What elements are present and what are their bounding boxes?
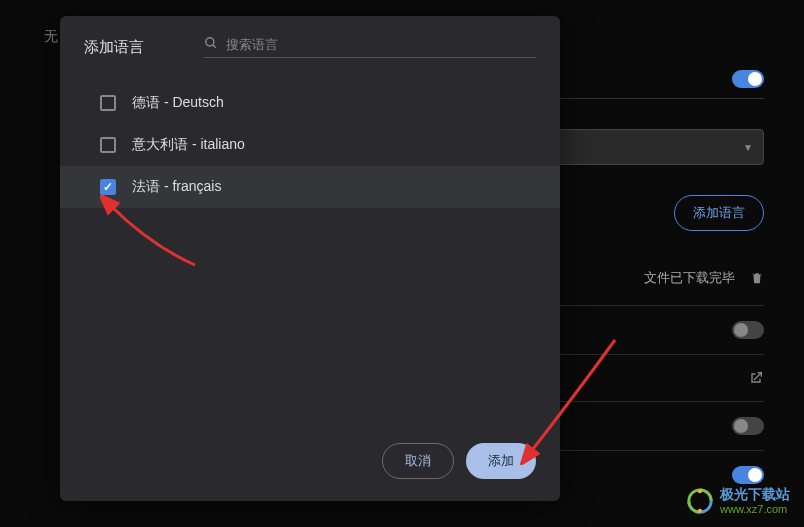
add-language-button[interactable]: 添加语言 bbox=[674, 195, 764, 231]
watermark-logo-icon bbox=[686, 487, 714, 515]
checkbox-italian[interactable] bbox=[100, 137, 116, 153]
modal-header: 添加语言 bbox=[60, 16, 560, 74]
setting-toggle-3[interactable] bbox=[732, 417, 764, 435]
checkbox-german[interactable] bbox=[100, 95, 116, 111]
open-external-icon[interactable] bbox=[748, 370, 764, 386]
add-language-modal: 添加语言 德语 - Deutsch 意大利语 - italiano 法语 - f… bbox=[60, 16, 560, 501]
modal-footer: 取消 添加 bbox=[60, 427, 560, 501]
language-list: 德语 - Deutsch 意大利语 - italiano 法语 - frança… bbox=[60, 74, 560, 427]
background-truncated-text: 无 bbox=[44, 28, 58, 46]
chevron-down-icon: ▼ bbox=[743, 142, 753, 153]
language-label: 意大利语 - italiano bbox=[132, 136, 245, 154]
language-label: 法语 - français bbox=[132, 178, 221, 196]
setting-toggle-1[interactable] bbox=[732, 70, 764, 88]
modal-title: 添加语言 bbox=[84, 38, 144, 57]
search-icon bbox=[204, 36, 218, 53]
watermark-text-cn: 极光下载站 bbox=[720, 487, 790, 502]
svg-point-0 bbox=[206, 38, 214, 46]
language-label: 德语 - Deutsch bbox=[132, 94, 224, 112]
checkbox-french[interactable] bbox=[100, 179, 116, 195]
language-item-german[interactable]: 德语 - Deutsch bbox=[60, 82, 560, 124]
watermark-text-url: www.xz7.com bbox=[720, 503, 790, 515]
watermark: 极光下载站 www.xz7.com bbox=[686, 487, 790, 515]
svg-point-5 bbox=[698, 509, 702, 513]
cancel-button[interactable]: 取消 bbox=[382, 443, 454, 479]
add-button[interactable]: 添加 bbox=[466, 443, 536, 479]
search-input[interactable] bbox=[226, 37, 536, 52]
svg-line-1 bbox=[213, 45, 216, 48]
setting-toggle-2[interactable] bbox=[732, 321, 764, 339]
download-status-text: 文件已下载完毕 bbox=[644, 269, 735, 287]
language-item-french[interactable]: 法语 - français bbox=[60, 166, 560, 208]
trash-icon[interactable] bbox=[750, 270, 764, 286]
search-container bbox=[204, 36, 536, 58]
language-item-italian[interactable]: 意大利语 - italiano bbox=[60, 124, 560, 166]
svg-point-4 bbox=[698, 489, 702, 493]
setting-toggle-4[interactable] bbox=[732, 466, 764, 484]
